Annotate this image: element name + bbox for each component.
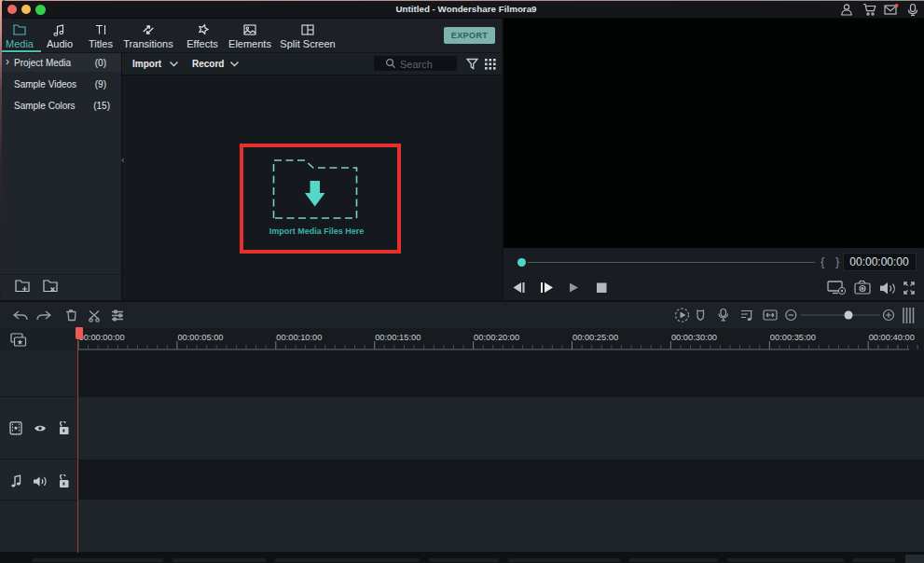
svg-text:00:00:35:00: 00:00:35:00 [770, 333, 816, 342]
svg-text:00:00:40:00: 00:00:40:00 [869, 333, 915, 342]
svg-text:00:00:25:00: 00:00:25:00 [572, 333, 618, 342]
svg-text:00:00:15:00: 00:00:15:00 [375, 333, 421, 342]
svg-text:00:00:05:00: 00:00:05:00 [177, 333, 223, 342]
svg-text:00:00:20:00: 00:00:20:00 [474, 333, 519, 342]
svg-text:00:00:10:00: 00:00:10:00 [276, 333, 322, 342]
svg-text:00:00:00:00: 00:00:00:00 [79, 333, 125, 342]
svg-text:00:00:30:00: 00:00:30:00 [671, 333, 717, 342]
